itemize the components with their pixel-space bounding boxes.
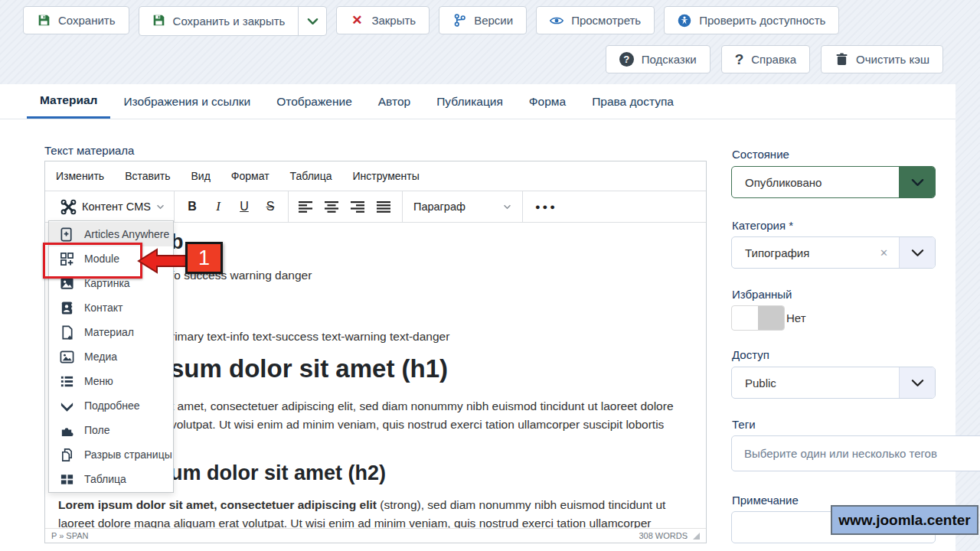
code-branch-icon [452,14,466,28]
save-close-split-button: Сохранить и закрыть [139,6,328,36]
paragraph-fragment-line2: volutpat. Ut wisi enim ad minim veniam, … [171,418,664,431]
save-options-caret-button[interactable] [298,7,326,35]
chevron-down-icon [156,204,165,210]
featured-label: Избранный [732,288,792,301]
cms-content-button[interactable]: Контент CMS [57,199,168,215]
cms-content-group: Контент CMS [51,191,175,222]
tab-publishing[interactable]: Публикация [423,84,516,119]
close-button[interactable]: ✕ Закрыть [336,6,430,34]
question-circle-icon: ? [619,52,634,67]
category-select-caret[interactable] [899,237,935,268]
tips-button[interactable]: ? Подсказки [606,45,710,73]
puzzle-icon [60,423,74,438]
italic-button[interactable]: I [207,195,230,218]
underline-button[interactable]: U [233,195,256,218]
clear-cache-button-label: Очистить кэш [856,53,929,66]
preview-button[interactable]: Просмотреть [536,6,655,34]
featured-toggle-knob [758,306,784,330]
block-format-group: Параграф [403,191,523,222]
menu-item-label: Контакт [84,302,122,314]
universal-access-icon [678,14,691,28]
media-image-icon [60,350,74,364]
clear-category-icon[interactable]: ✕ [880,247,899,259]
menu-item-pagebreak[interactable]: Разрыв страницы [49,442,173,467]
align-justify-button[interactable] [373,195,396,218]
note-label: Примечание [732,494,799,507]
element-path[interactable]: P » SPAN [51,531,89,540]
category-select[interactable]: Типография ✕ [731,236,936,269]
bold-button[interactable]: B [181,195,204,218]
readmore-chevron-icon [60,399,74,413]
menu-item-menu[interactable]: Меню [49,369,173,393]
text-classes-fragment: rimary text-info text-success text-warni… [171,330,449,344]
featured-toggle[interactable] [731,305,785,331]
more-toolbar-items-button[interactable]: ●●● [529,202,564,211]
menu-item-field[interactable]: Поле [49,418,173,442]
menu-item-table[interactable]: Таблица [49,467,173,491]
menu-insert[interactable]: Вставить [125,170,170,182]
more-tools-group: ●●● [523,191,570,222]
menu-table[interactable]: Таблица [290,170,332,182]
paragraph-format-select[interactable]: Параграф [409,201,516,213]
close-button-label: Закрыть [371,14,416,27]
menu-tools[interactable]: Инструменты [352,170,419,182]
help-button[interactable]: ? Справка [721,45,810,73]
paragraph-fragment-line1: t amet, consectetuer adipiscing elit, se… [171,399,674,412]
state-select[interactable]: Опубликовано [731,166,936,198]
editor-menubar: Изменить Вставить Вид Формат Таблица Инс… [45,161,706,191]
menu-item-contact[interactable]: Контакт [49,295,173,320]
align-center-icon [325,201,339,213]
save-close-button[interactable]: Сохранить и закрыть [139,7,299,35]
chevron-down-icon [911,249,924,257]
menu-item-label: Подробнее [84,399,140,412]
menu-item-label: Articles Anywhere [84,228,169,240]
menu-item-label: Разрыв страницы [84,448,172,461]
align-center-button[interactable] [321,195,344,218]
align-left-button[interactable] [295,195,318,218]
menu-item-article[interactable]: Материал [49,320,173,344]
word-count: 308 WORDS [639,531,688,540]
menu-item-media[interactable]: Медиа [49,344,173,369]
tags-input[interactable] [731,435,980,471]
strong-paragraph: Lorem ipsum dolor sit amet, consectetuer… [58,496,703,528]
tab-images-links[interactable]: Изображения и ссылки [110,84,263,119]
save-button[interactable]: Сохранить [23,6,129,34]
menu-item-readmore[interactable]: Подробнее [49,393,173,418]
category-label: Категория * [732,219,793,232]
align-justify-icon [377,201,391,213]
align-right-button[interactable] [347,195,370,218]
admin-toolbar-row2: ? Подсказки ? Справка Очистить кэш [606,45,943,73]
tab-divider [0,119,956,119]
tab-permissions[interactable]: Права доступа [579,84,687,119]
tab-author[interactable]: Автор [365,84,423,119]
module-highlight-rectangle [43,243,142,279]
access-select[interactable]: Public [731,367,936,399]
menu-list-icon [60,374,74,389]
menu-format[interactable]: Формат [231,170,270,182]
watermark: www.joomla.center [831,505,978,535]
h2-fragment: um dolor sit amet (h2) [170,461,386,485]
tab-form[interactable]: Форма [516,84,579,119]
accessibility-check-button[interactable]: Проверить доступность [664,6,839,34]
menu-view[interactable]: Вид [191,170,211,182]
chevron-down-icon [307,18,318,25]
tips-button-label: Подсказки [642,53,697,66]
close-icon: ✕ [350,14,364,28]
trash-icon [835,53,848,67]
save-icon [152,14,165,29]
versions-button[interactable]: Версии [439,6,527,34]
tab-material[interactable]: Материал [27,84,110,119]
page-break-icon [60,448,74,462]
access-select-caret[interactable] [899,367,935,398]
resize-grip[interactable] [693,533,700,540]
chevron-down-icon [503,204,511,210]
strikethrough-button[interactable]: S [259,195,282,218]
paragraph-format-value: Параграф [413,201,466,213]
tab-display[interactable]: Отображение [263,84,365,119]
menu-item-label: Картинка [84,277,130,289]
clear-cache-button[interactable]: Очистить кэш [821,45,943,73]
state-select-caret[interactable] [899,167,935,197]
menu-edit[interactable]: Изменить [56,170,104,182]
article-plus-icon [60,227,74,242]
menu-item-label: Материал [84,326,134,338]
